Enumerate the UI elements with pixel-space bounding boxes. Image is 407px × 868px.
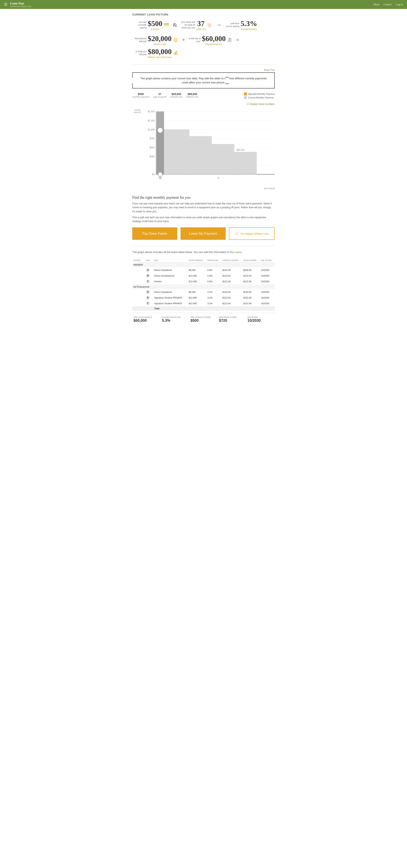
total-rate-label: average interest rate	[162, 316, 188, 318]
principal-label: to the top of your	[189, 37, 201, 43]
loan-balance-cell: $9,540	[187, 289, 206, 295]
loan-type-cell: Signature Student PRIVATE	[153, 301, 187, 306]
header-nav: Share Contact Log In	[373, 3, 403, 6]
find-section: Find the right monthly payment for you I…	[132, 195, 275, 223]
plus-operator: +	[182, 37, 185, 43]
th-servicer: servicer	[132, 258, 145, 262]
chart-summary-age: 37 age at payoff	[153, 93, 166, 98]
loan-letter-cell: F	[145, 301, 153, 306]
total-actual-label: total actual monthly	[219, 316, 245, 318]
happy-where-i-am-button[interactable]: ☺ I'm Happy Where I Am	[229, 227, 275, 240]
explain-link[interactable]: ⓘ Explain these numbers	[132, 102, 275, 106]
main-content: CURRENT LOAN PICTURE you are currently p…	[128, 9, 279, 332]
table-row: C Perkins $12,456 6.9% $122.00 $122.00 1…	[132, 279, 275, 284]
pay-down-faster-button[interactable]: Pay Down Faster	[132, 227, 177, 240]
loan-rate-cell: 3.2%	[206, 301, 221, 306]
interest-rate-value: 5.3%	[240, 19, 257, 28]
paying-value: $500	[148, 19, 163, 28]
banner-wrap: Share This The graph below contains your…	[132, 69, 275, 89]
interest-rate-sub: average interest	[241, 28, 257, 30]
find-para2: Pick a path and we'll use your loan info…	[132, 216, 275, 223]
cs-monthly-lbl: monthly payment	[132, 96, 149, 98]
chart-legend: Adjusted Monthly Payment Current Monthly…	[244, 93, 275, 99]
total-min-val: $500	[191, 318, 216, 323]
total-payoff-val: 10/2030	[248, 318, 273, 323]
section-title: CURRENT LOAN PICTURE	[132, 13, 275, 16]
total-actual-col: total actual monthly $720	[218, 315, 246, 323]
share-this-link[interactable]: Share This	[132, 69, 275, 71]
cs-lifetime-lbl: lifetime cost	[186, 96, 198, 98]
cs-interest-val: $20,000	[170, 93, 182, 96]
svg-text:$750: $750	[150, 137, 155, 140]
total-min-col: total minimum monthly $500	[189, 315, 218, 323]
loan-type-cell: Direct Unsubsidized	[153, 273, 187, 279]
my-loans-link[interactable]: My Loans	[230, 251, 241, 254]
paidoff-value: 37	[197, 19, 205, 28]
smiley-icon: ☺	[235, 231, 238, 236]
loans-section: The graph above includes all the loans l…	[132, 250, 275, 323]
chart-area: monthly payment $1,500 $1,250 $1,000 $75…	[132, 107, 275, 189]
total-value-col: $80,000 lifetime cost of the loans	[148, 48, 172, 58]
loan-payoff-cell: 10/2030	[260, 301, 275, 306]
total-value: $80,000	[148, 48, 172, 56]
th-loan: loan	[145, 258, 153, 262]
loan-chart[interactable]: $1,500 $1,250 $1,000 $750 $500 $250 $0 $…	[144, 107, 275, 183]
loan-actual-cell: $122.00	[242, 279, 260, 284]
paidoff-block: your loans will be paid off when you are…	[181, 19, 212, 30]
loan-letter-cell: D	[145, 289, 153, 295]
loan-balance-cell: $12,456	[187, 273, 206, 279]
app-header: ☰ Loan Star Powered by Fidelity Labs Sha…	[0, 0, 407, 9]
loan-rate-cell: 6.8%	[206, 267, 221, 273]
legend-adjusted: Adjusted Monthly Payment	[244, 93, 275, 95]
banner-text: The graph below contains your current lo…	[140, 77, 267, 84]
paidoff-label: your loans will be paid off when you are	[181, 21, 195, 29]
svg-text:37: 37	[217, 177, 220, 179]
current-payment-block: you are currently paying $500 a month 💳	[132, 19, 169, 30]
svg-point-25	[158, 172, 163, 177]
login-link[interactable]: Log In	[396, 3, 403, 6]
total-rate-val: 5.3%	[162, 318, 188, 323]
contact-link[interactable]: Contact	[384, 3, 392, 6]
svg-rect-19	[234, 152, 257, 174]
total-block: in total you will pay $80,000 lifetime c…	[132, 48, 178, 58]
svg-text:$1,500: $1,500	[148, 110, 155, 113]
loan-rate-cell: 3.2%	[206, 289, 221, 295]
find-para1: If you can pay more towards your loans, …	[132, 202, 275, 214]
loan-payoff-cell: 10/2030	[260, 279, 275, 284]
interest-label: until then you're paying	[225, 22, 239, 28]
loan-min-cell: $122.00	[221, 301, 242, 306]
loans-table: servicer loan type current balance inter…	[132, 258, 275, 311]
loan-actual-cell: $144.00	[242, 289, 260, 295]
loan-letter-cell: C	[145, 279, 153, 284]
loan-servicer-cell	[132, 295, 145, 301]
and-operator: &	[173, 22, 177, 28]
hamburger-menu-icon[interactable]: ☰	[4, 2, 7, 7]
loan-type-cell: Direct Subsidized	[153, 267, 187, 273]
total-payoff-label: pay off date	[248, 316, 273, 318]
interest-cost-value: $20,000	[148, 34, 172, 43]
chart-summary-interest: $20,000 interest cost	[170, 93, 182, 98]
total-actual-val: $720	[219, 318, 245, 323]
paidoff-value-col: 37 years old	[196, 19, 206, 30]
divider-1	[132, 64, 275, 65]
stats-row-2: that interest will add $20,000 interest …	[132, 34, 275, 58]
stats-row-1: you are currently paying $500 a month 💳 …	[132, 19, 275, 30]
svg-rect-20	[156, 112, 164, 174]
svg-point-21	[157, 128, 163, 133]
th-min-monthly: minimum monthly	[221, 258, 242, 262]
total-balance-col: total current balance $60,000	[132, 315, 161, 323]
loan-balance-cell: $9,540	[187, 267, 206, 273]
cs-monthly-val: $500	[132, 93, 149, 96]
loan-servicer-cell	[132, 273, 145, 279]
loan-letter-cell: B	[145, 273, 153, 279]
question-circle-icon: ⓘ	[246, 102, 249, 106]
share-link[interactable]: Share	[373, 3, 380, 6]
lower-my-payment-button[interactable]: Lower My Payment	[180, 227, 226, 240]
loan-type-cell: Direct Subsidized	[153, 289, 187, 295]
totals-row: total current balance $60,000 average in…	[132, 313, 275, 323]
loan-servicer-cell	[132, 301, 145, 306]
loan-balance-cell: $12,456	[187, 301, 206, 306]
table-row: D Direct Subsidized $9,540 3.2% $144.00 …	[132, 289, 275, 295]
loan-servicer-cell	[132, 267, 145, 273]
chart-summary-lifetime: $80,000 lifetime cost	[186, 93, 198, 98]
